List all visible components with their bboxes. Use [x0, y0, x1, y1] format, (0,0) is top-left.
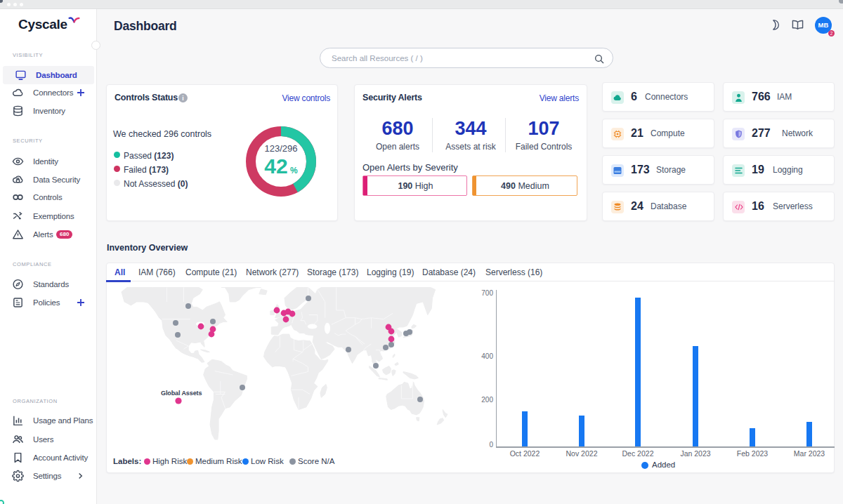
svg-text:i: i: [182, 95, 183, 102]
